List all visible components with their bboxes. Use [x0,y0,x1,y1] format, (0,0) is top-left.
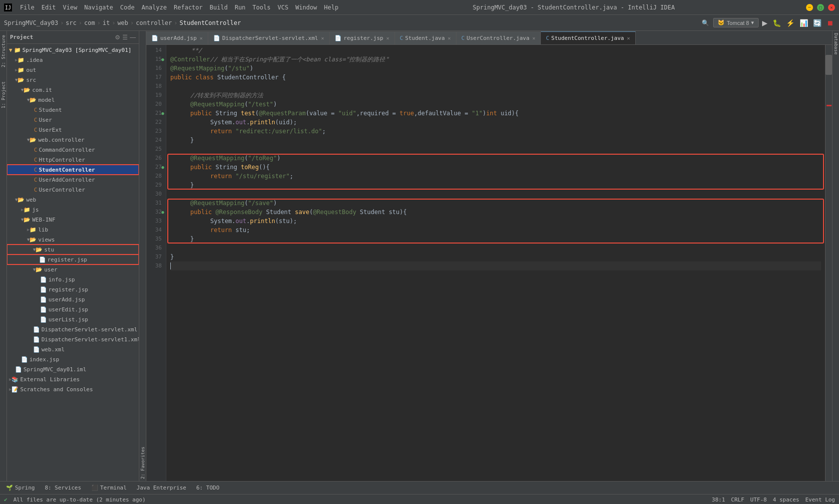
tree-item-webcontroller[interactable]: ▼ 📂 web.controller [7,135,139,145]
menu-code[interactable]: Code [117,3,138,12]
tree-item-userlist[interactable]: 📄 userList.jsp [7,314,139,324]
tree-item-web[interactable]: ▼ 📂 web [7,195,139,205]
tree-item-command[interactable]: C CommandController [7,145,139,155]
tree-item-root[interactable]: ▼ 📁 SpringMVC_day03 [SpringMVC_day01] [7,45,139,55]
tree-item-extlibs[interactable]: ▶ 📚 External Libraries [7,374,139,384]
project-hide-button[interactable]: — [130,34,136,41]
status-line-sep[interactable]: CRLF [731,497,745,503]
minimize-button[interactable]: ─ [806,4,813,11]
tree-item-webinf[interactable]: ▼ 📂 WEB-INF [7,215,139,225]
close-button[interactable]: ✕ [828,4,835,11]
menu-refactor[interactable]: Refactor [171,3,206,12]
menu-vcs[interactable]: VCS [275,3,292,12]
tab-dispatcher[interactable]: 📄 DispatcherServlet-servlet.xml ✕ [208,31,330,44]
project-settings-button[interactable]: ⚙ [115,34,120,41]
student-tab-close[interactable]: ✕ [448,35,451,41]
breadcrumb-src[interactable]: src [66,19,77,26]
coverage-button[interactable]: ⚡ [785,18,796,28]
tree-item-iml[interactable]: 📄 SpringMVC_day01.iml [7,364,139,374]
tree-item-out[interactable]: ▶ 📁 out [7,65,139,75]
tree-item-useradd[interactable]: C UserAddController [7,175,139,185]
tree-item-stu[interactable]: ▼ 📂 stu [7,245,139,254]
project-panel-actions[interactable]: ⚙ ☰ — [115,34,136,41]
tree-item-userext-class[interactable]: C UserExt [7,125,139,135]
tab-usercontroller[interactable]: C UserController.java ✕ [456,31,541,44]
status-indent[interactable]: 4 spaces [773,497,799,503]
search-everywhere-button[interactable]: 🔍 [700,18,711,27]
tomcat-selector[interactable]: 🐱 Tomcat 8 ▾ [713,18,759,27]
scrollbar-thumb[interactable] [826,55,832,75]
right-scrollbar[interactable] [825,45,832,481]
tab-register[interactable]: 📄 register.jsp ✕ [330,31,395,44]
tree-item-http[interactable]: C HttpController [7,155,139,165]
breadcrumb-class[interactable]: StudentController [180,19,241,26]
menu-view[interactable]: View [60,3,80,12]
todo-button[interactable]: 6: TODO [194,484,221,492]
reload-button[interactable]: 🔄 [812,18,823,28]
status-encoding[interactable]: UTF-8 [750,497,767,503]
register-tab-close[interactable]: ✕ [386,35,389,41]
tree-item-index[interactable]: 📄 index.jsp [7,354,139,364]
window-controls[interactable]: ─ □ ✕ [806,4,835,11]
tree-item-useradd-jsp[interactable]: 📄 userAdd.jsp [7,294,139,304]
status-position[interactable]: 38:1 [712,497,725,503]
project-filter-button[interactable]: ☰ [122,34,128,41]
breadcrumb-com[interactable]: com [84,19,95,26]
tree-item-studentcontroller[interactable]: C StudentController [7,165,139,175]
breadcrumb-project[interactable]: SpringMVC_day03 [4,19,58,26]
menu-run[interactable]: Run [232,3,249,12]
menu-file[interactable]: File [17,3,37,12]
tree-item-js[interactable]: ▶ 📁 js [7,205,139,215]
spring-button[interactable]: 🌱 Spring [4,484,37,492]
menu-build[interactable]: Build [207,3,231,12]
breadcrumb-it[interactable]: it [102,19,109,26]
menu-tools[interactable]: Tools [250,3,274,12]
tab-useradd[interactable]: 📄 userAdd.jsp ✕ [146,31,208,44]
tree-item-lib[interactable]: ▶ 📁 lib [7,225,139,235]
menu-analyze[interactable]: Analyze [138,3,170,12]
debug-button[interactable]: 🐛 [771,18,783,28]
useradd-tab-close[interactable]: ✕ [200,35,203,41]
database-tab[interactable]: Database [833,31,839,56]
tree-item-comit[interactable]: ▼ 📂 com.it [7,85,139,95]
usercontroller-tab-close[interactable]: ✕ [532,35,535,41]
tree-item-model[interactable]: ▼ 📂 model [7,95,139,105]
event-log[interactable]: Event Log [805,497,835,503]
run-button[interactable]: ▶ [761,18,769,28]
profile-button[interactable]: 📊 [798,18,810,28]
breadcrumb-web[interactable]: web [117,19,128,26]
tab-student[interactable]: C Student.java ✕ [395,31,456,44]
code-content[interactable]: **/ @Controller// 相当于在Spring中配置了一个<bean … [166,45,825,481]
dispatcher-tab-close[interactable]: ✕ [321,35,324,41]
studentcontroller-tab-close[interactable]: ✕ [627,35,630,41]
menu-bar[interactable]: IJ File Edit View Navigate Code Analyze … [4,3,342,12]
enterprise-button[interactable]: Java Enterprise [135,484,188,492]
tree-item-dispatcher-servlet1[interactable]: 📄 DispatcherServlet-servlet1.xml [7,334,139,344]
tree-item-user-class[interactable]: C User [7,115,139,125]
tree-item-info[interactable]: 📄 info.jsp [7,274,139,284]
tree-item-user-folder[interactable]: ▼ 📂 user [7,264,139,274]
tree-item-usercontroller[interactable]: C UserController [7,185,139,195]
tree-item-scratches[interactable]: ▶ 📝 Scratches and Consoles [7,384,139,394]
project-panel-tab[interactable]: 1: Project [0,79,6,110]
maximize-button[interactable]: □ [817,4,824,11]
services-button[interactable]: 8: Services [43,484,83,492]
tree-item-useredit[interactable]: 📄 userEdit.jsp [7,304,139,314]
menu-edit[interactable]: Edit [38,3,59,12]
menu-navigate[interactable]: Navigate [81,3,116,12]
menu-help[interactable]: Help [321,3,342,12]
tree-item-webxml[interactable]: 📄 web.xml [7,344,139,354]
menu-window[interactable]: Window [292,3,320,12]
tab-studentcontroller[interactable]: C StudentController.java ✕ [541,31,635,44]
terminal-button[interactable]: ⬛ Terminal [89,484,129,492]
breadcrumb-controller[interactable]: controller [136,19,172,26]
tree-item-student-class[interactable]: C Student [7,105,139,115]
favorites-tab[interactable]: 2: Favorites [140,445,146,481]
tree-item-views[interactable]: ▼ 📂 views [7,235,139,245]
structure-panel-tab[interactable]: 2: Structure [0,33,6,69]
tree-item-stu-register[interactable]: 📄 register.jsp [7,254,139,264]
tree-item-dispatcher-servlet[interactable]: 📄 DispatcherServlet-servlet.xml [7,324,139,334]
tree-item-register-user[interactable]: 📄 register.jsp [7,284,139,294]
tree-item-idea[interactable]: ▶ 📁 .idea [7,55,139,65]
tree-item-src[interactable]: ▼ 📂 src [7,75,139,85]
